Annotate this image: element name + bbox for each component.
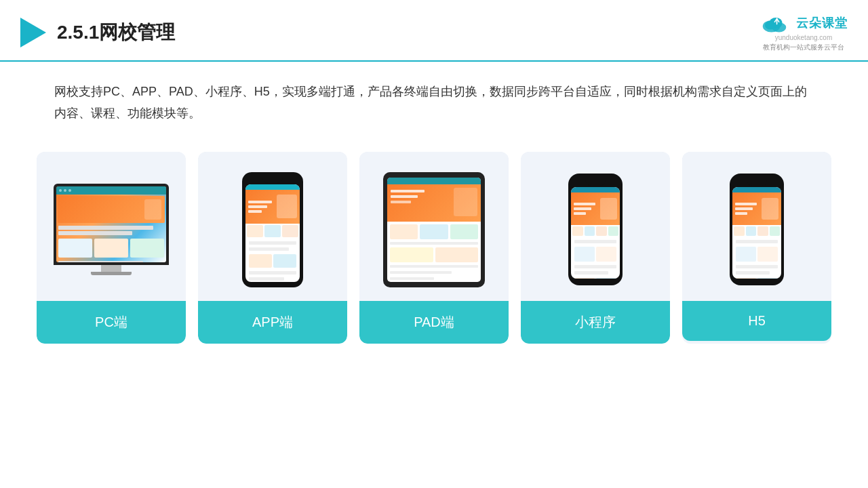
header-left: 2.5.1网校管理 (20, 18, 175, 47)
phone-screen-app (245, 184, 300, 282)
phone-body-app (242, 172, 303, 287)
logo-area: 云朵课堂 yunduoketang.com 教育机构一站式服务云平台 (760, 12, 848, 52)
logo-text: 云朵课堂 (796, 15, 848, 31)
card-h5-label: H5 (682, 301, 831, 341)
page-title: 2.5.1网校管理 (57, 20, 175, 45)
card-pc-image (37, 152, 186, 301)
card-pad: PAD端 (359, 152, 509, 344)
card-pc-label: PC端 (37, 301, 186, 344)
pad-body (383, 172, 485, 287)
pad-mockup (383, 172, 485, 287)
card-app-label: APP端 (198, 301, 347, 344)
card-app-image (198, 152, 347, 301)
card-pc: PC端 (37, 152, 186, 344)
logo-subtitle: 教育机构一站式服务云平台 (763, 43, 844, 52)
pad-screen (387, 178, 481, 282)
cards-container: PC端 (0, 131, 868, 344)
card-pad-label: PAD端 (359, 301, 509, 344)
description-text: 网校支持PC、APP、PAD、小程序、H5，实现多端打通，产品各终端自由切换，数… (0, 62, 868, 131)
h5-mockup (730, 174, 784, 285)
app-mockup (242, 172, 303, 287)
pc-screen-inner (56, 186, 166, 262)
logo-cloud: 云朵课堂 (760, 12, 848, 34)
description-paragraph: 网校支持PC、APP、PAD、小程序、H5，实现多端打通，产品各终端自由切换，数… (54, 81, 814, 125)
phone-body-mini (568, 174, 623, 285)
logo-url: yunduoketang.com (775, 34, 833, 41)
card-miniprogram-image (521, 152, 670, 301)
phone-body-h5 (730, 174, 784, 285)
play-icon (20, 18, 46, 47)
card-h5: H5 (682, 152, 831, 344)
card-miniprogram: 小程序 (521, 152, 670, 344)
header: 2.5.1网校管理 云朵课堂 yunduoketang.com 教育机构一站式服… (0, 0, 868, 62)
svg-point-3 (765, 21, 776, 30)
cloud-icon (760, 12, 792, 34)
card-pad-image (359, 152, 509, 301)
pc-screen-border (54, 184, 169, 265)
card-app: APP端 (198, 152, 347, 344)
card-h5-image (682, 152, 831, 301)
phone-screen-h5 (732, 187, 781, 279)
miniprogram-mockup (568, 174, 623, 285)
phone-screen-mini (571, 187, 620, 279)
card-miniprogram-label: 小程序 (521, 301, 670, 344)
pc-mockup (54, 184, 169, 275)
